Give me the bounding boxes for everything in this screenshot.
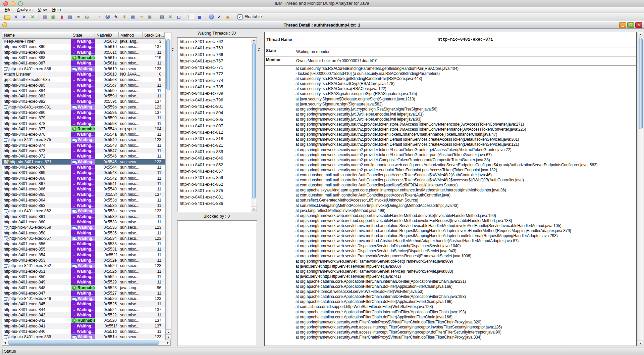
frame-restore-button[interactable]: ❐ xyxy=(627,22,634,28)
waiting-thread-item[interactable]: http-nio-8401-exec-812 xyxy=(177,129,251,136)
table-horizontal-scrollbar[interactable]: ◀ ▶ xyxy=(2,340,171,346)
table-row[interactable]: http-nio-8401-exec-868→Waiting...0x5542s… xyxy=(2,175,165,181)
column-header-name[interactable]: Name xyxy=(2,32,71,38)
column-header-method[interactable]: Method xyxy=(119,32,143,38)
waiting-thread-item[interactable]: http-nio-8401-exec-772 xyxy=(177,71,251,77)
ellipsis-icon[interactable]: … xyxy=(188,15,194,19)
column-header-stack-de-[interactable]: Stack De... xyxy=(143,32,165,38)
thermometer-icon[interactable]: ▮ xyxy=(59,14,65,20)
piechart-icon[interactable]: ◔ xyxy=(96,14,102,20)
menu-view[interactable]: View xyxy=(35,7,50,12)
waiting-thread-item[interactable]: http-nio-8401-exec-762 xyxy=(177,39,251,45)
gear-icon[interactable]: ✳ xyxy=(121,14,127,20)
scroll-up-icon[interactable]: ▲ xyxy=(251,38,257,43)
check-icon[interactable]: ✓ xyxy=(216,14,222,20)
waiting-thread-item[interactable]: http-nio-8401-exec-862 xyxy=(177,181,251,188)
table-row[interactable]: http-nio-8401-exec-877Runnable0x554borg.… xyxy=(2,126,165,132)
table-row[interactable]: http-nio-8401-exec-860→Waiting...0x5538s… xyxy=(2,219,165,225)
scroll-up-icon[interactable]: ▲ xyxy=(638,32,643,37)
table-row[interactable]: http-nio-8401-exec-880→Waiting...0x559as… xyxy=(2,110,165,115)
waiting-thread-item[interactable]: http-nio-8401-exec-789 xyxy=(177,90,251,97)
table-row[interactable]: http-nio-8401-exec-878→Waiting...0x5598s… xyxy=(2,121,165,126)
table-row[interactable]: http-nio-8401-exec-872→Waiting...0x5546s… xyxy=(2,153,165,159)
table-row[interactable]: http-nio-8401-exec-861→Waiting...0x5539s… xyxy=(2,214,165,219)
panel-icon[interactable]: ◼ xyxy=(197,14,203,20)
detail-scrollbar[interactable]: ▲ ▼ xyxy=(638,32,643,346)
waiting-thread-item[interactable]: http-nio-8401-exec-839 xyxy=(177,149,251,155)
waiting-thread-item[interactable]: http-nio-8401-exec-852 xyxy=(177,162,251,168)
compare-icon[interactable]: ✕ xyxy=(167,14,173,20)
scroll-down-icon[interactable]: ▼ xyxy=(638,341,643,346)
waiting-thread-item[interactable]: http-nio-8401-exec-807 xyxy=(177,123,251,129)
table-row[interactable]: http-nio-8401-exec-869→Waiting...0x5543s… xyxy=(2,170,165,175)
waiting-thread-item[interactable]: http-nio-8401-exec-796 xyxy=(177,97,251,103)
table-row[interactable]: http-nio-8401-exec-871Waiting...0x5545su… xyxy=(2,159,165,165)
monitor-m-icon[interactable]: Ⓜ xyxy=(105,14,111,20)
table-row[interactable]: http-nio-8401-exec-889→Waiting...0x561cs… xyxy=(2,50,165,55)
table-row[interactable]: http-nio-8401-exec-852Waiting...0x552dsu… xyxy=(2,263,165,268)
waiting-thread-item[interactable]: http-nio-8401-exec-818 xyxy=(177,136,251,142)
table-row[interactable]: grpc-default-executor-635→Waiting...0x55… xyxy=(2,77,165,82)
table-row[interactable]: http-nio-8401-exec-844→Waiting...0x5524s… xyxy=(2,307,165,312)
table-row[interactable]: http-nio-8401-exec-858→Waiting...0x5535s… xyxy=(2,230,165,235)
table-row[interactable]: http-nio-8401-exec-855→Waiting...0x5531s… xyxy=(2,247,165,252)
scroll-right-icon[interactable]: ▶ xyxy=(165,340,170,345)
table-row[interactable]: http-nio-8401-exec-874→Waiting...0x5548s… xyxy=(2,143,165,148)
table-row[interactable]: http-nio-8401-exec-850→Waiting...0x552as… xyxy=(2,274,165,279)
copy-icon[interactable]: ▣ xyxy=(147,14,153,20)
left-splitter-handle[interactable]: ◂▸ xyxy=(172,47,175,52)
floatable-checkbox[interactable]: ✓ xyxy=(237,14,243,19)
pen-icon[interactable]: ✎ xyxy=(113,14,119,20)
table-row[interactable]: http-nio-8401-exec-884→Waiting...0x559es… xyxy=(2,88,165,93)
clock-icon[interactable]: ◷ xyxy=(84,14,90,20)
table-row[interactable]: http-nio-8401-exec-843→Waiting...0x5522s… xyxy=(2,312,165,318)
table-row[interactable]: http-nio-8401-exec-867→Waiting...0x5541s… xyxy=(2,181,165,186)
table-row[interactable]: http-nio-8401-exec-886Waiting...0x5619su… xyxy=(2,66,165,71)
right-splitter-handle[interactable]: ◂▸ xyxy=(258,47,262,52)
waiting-thread-item[interactable]: http-nio-8401-exec-881 xyxy=(177,194,251,201)
table-row[interactable]: http-nio-8401-exec-839Waiting...0x551bsu… xyxy=(2,334,165,339)
table-hscroll-thumb[interactable] xyxy=(8,341,159,345)
waiting-thread-item[interactable]: http-nio-8401-exec-859 xyxy=(177,175,251,181)
table-row[interactable]: http-nio-8401-exec-885→Waiting...0x55d7s… xyxy=(2,82,165,88)
scroll-up-icon[interactable]: ▲ xyxy=(166,329,171,335)
close-green-icon[interactable]: ✕ xyxy=(30,14,36,20)
table-row[interactable]: http-nio-8401-exec-853→Waiting...0x552es… xyxy=(2,258,165,263)
waiting-thread-item[interactable]: http-nio-8401-exec-875 xyxy=(177,188,251,194)
detail-scroll-thumb[interactable] xyxy=(639,38,643,129)
table-row[interactable]: http-nio-8401-exec-862Waiting...0x553asu… xyxy=(2,208,165,214)
table-row[interactable]: http-nio-8401-exec-887→Waiting...0x561as… xyxy=(2,60,165,66)
waiting-thread-item[interactable]: http-nio-8401-exec-785 xyxy=(177,84,251,90)
waiting-thread-item[interactable]: http-nio-8401-exec-774 xyxy=(177,78,251,84)
table-row[interactable]: http-nio-8401-exec-849→Waiting...0x5529s… xyxy=(2,279,165,285)
table-row[interactable]: http-nio-8401-exec-851→Waiting...0x552bs… xyxy=(2,268,165,274)
close-thread-icon[interactable]: ✕ xyxy=(13,14,19,20)
table-row[interactable]: http-nio-8401-exec-854→Waiting...0x552fs… xyxy=(2,252,165,258)
table-row[interactable]: Attach Listener→Waiting...0x5613NO JAVA.… xyxy=(2,72,165,77)
table-row[interactable]: http-nio-8401-exec-840→Waiting...0x551ds… xyxy=(2,329,165,334)
table-row[interactable]: http-nio-8401-exec-881Waiting...0x559bsu… xyxy=(2,104,165,110)
table-row[interactable]: http-nio-8401-exec-888Runnable0x561bsun.… xyxy=(2,55,165,60)
table-row[interactable]: http-nio-8401-exec-857Waiting...0x5534su… xyxy=(2,236,165,241)
table-row[interactable]: http-nio-8401-exec-859Waiting...0x5536su… xyxy=(2,225,165,230)
frame-close-button[interactable]: ✕ xyxy=(635,22,642,28)
open-dump-icon[interactable] xyxy=(4,15,10,20)
table-row[interactable]: http-nio-8401-exec-890→Waiting...0x561ds… xyxy=(2,44,165,49)
table-row[interactable]: http-nio-8401-exec-873→Waiting...0x5547s… xyxy=(2,148,165,153)
menu-analysis[interactable]: Analysis xyxy=(14,7,35,12)
image-viewer-icon[interactable]: ▣ xyxy=(130,14,136,20)
floatable-checkbox-wrap[interactable]: ✓ Floatable xyxy=(234,14,265,19)
table-row[interactable]: http-nio-8401-exec-870→Waiting...0x5544s… xyxy=(2,165,165,170)
table-vertical-scrollbar[interactable]: ▲ ▼ xyxy=(165,39,171,340)
thread-table-header[interactable]: NameStateNativeIDMethodStack De... xyxy=(2,32,165,39)
table-row[interactable]: http-nio-8401-exec-841→Waiting...0x551fs… xyxy=(2,323,165,328)
waiting-thread-item[interactable]: http-nio-8401-exec-804 xyxy=(177,110,251,116)
table-row[interactable]: http-nio-8401-exec-875Waiting...0x5549su… xyxy=(2,137,165,142)
table-row[interactable]: http-nio-8401-exec-866→Waiting...0x5540s… xyxy=(2,186,165,192)
table-row[interactable]: http-nio-8401-exec-845→Waiting...0x5525s… xyxy=(2,301,165,307)
table-row[interactable]: http-nio-8401-exec-847→Waiting...0x5527s… xyxy=(2,291,165,296)
waiting-thread-item[interactable]: http-nio-8401-exec-846 xyxy=(177,155,251,162)
monitor-report-icon[interactable]: ▥ xyxy=(67,14,73,20)
waiting-thread-item[interactable]: http-nio-8401-exec-805 xyxy=(177,117,251,123)
table-row[interactable]: http-nio-8401-exec-876→Waiting...0x554as… xyxy=(2,132,165,137)
